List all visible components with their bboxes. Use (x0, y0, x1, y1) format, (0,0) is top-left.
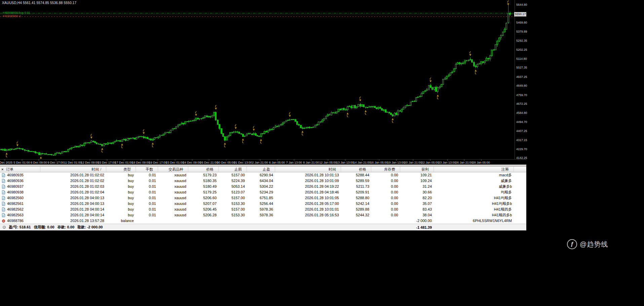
price-axis-label: 4584.80 (516, 111, 527, 115)
cell-open-price: 5206.45 (188, 207, 219, 212)
cell-open-time: 2026.01.28 01:02:02 (40, 172, 106, 178)
time-axis-label: 15 Dec 17:00 (98, 161, 116, 164)
price-axis-label: 5114.80 (516, 57, 527, 60)
cell-profit: 82.20 (400, 195, 434, 201)
cell-comment: H41均顺多 (434, 195, 514, 201)
cell-order: 46980936 (0, 178, 40, 184)
table-row[interactable]: 469887862026.01.28 13:57:28balance-2 000… (0, 218, 526, 224)
col-header-comment[interactable]: 注释 (434, 167, 514, 172)
time-axis[interactable]: 3 Dec 20255 Dec 01:008 Dec 09:009 Dec 17… (0, 159, 526, 165)
cell-take-profit: 6434.04 (247, 178, 275, 184)
cell-swap: 0.00 (371, 178, 400, 184)
cell-comment: H41顺四多b (434, 212, 514, 218)
cell-symbol: xauusd (158, 212, 188, 218)
cell-profit: 30.66 (400, 189, 434, 195)
table-row[interactable]: 469825602026.01.28 04:00:13buy0.01xauusd… (0, 195, 526, 201)
col-header-close-price[interactable]: 价格 (341, 167, 371, 172)
order-icon (2, 213, 5, 217)
cell-close-time: 2026.01.28 10:01:05 (275, 195, 341, 201)
price-axis-label: 5292.35 (516, 39, 527, 42)
order-icon (2, 173, 5, 177)
time-axis-label: 24 Dec 09:00 (183, 161, 201, 164)
trade-lines (0, 13, 515, 16)
price-axis-label: 4407.25 (516, 129, 527, 133)
cell-open-price: 5206.60 (188, 195, 219, 201)
cell-order: 46982563 (0, 212, 40, 218)
table-row[interactable]: 469809362026.01.28 01:02:02buy0.01xauusd… (0, 178, 526, 184)
price-axis-label: 5379.89 (516, 30, 527, 33)
cell-swap: 0.00 (371, 184, 400, 189)
terminal-header: × 订单时间/类型手数交易品种价格止损止盈时间价格库存费获利注释 (0, 167, 526, 172)
cell-type: buy (106, 178, 136, 184)
order-icon (2, 190, 5, 194)
col-header-order[interactable]: 订单 (0, 167, 40, 172)
cell-type: buy (106, 207, 136, 212)
price-axis-label: 4849.80 (516, 84, 527, 87)
cell-lots: 0.01 (136, 178, 158, 184)
time-axis-label: 30 Dec 05:00 (217, 161, 235, 164)
cell-lots: 0.01 (136, 207, 158, 212)
time-axis-tick (447, 160, 448, 161)
time-axis-tick (379, 160, 379, 161)
time-axis-tick (328, 160, 328, 161)
cell-type: buy (106, 212, 136, 218)
cell-type: balance (106, 218, 136, 224)
chart-panel[interactable]: XAUUSD,H4 5561.41 5574.85 5536.88 5550.1… (0, 0, 526, 165)
cell-symbol: xauusd (158, 195, 188, 201)
cell-profit: 31.24 (400, 184, 434, 189)
table-row[interactable]: 469825622026.01.28 04:00:14buy0.01xauusd… (0, 207, 526, 212)
col-header-type[interactable]: 类型 (106, 167, 136, 172)
col-header-close-time[interactable]: 时间 (275, 167, 341, 172)
cell-order: 46980937 (0, 184, 40, 189)
price-axis[interactable]: 5644.805469.805379.895292.355202.255114.… (515, 0, 526, 159)
cell-stop-loss: 5153.30 (219, 212, 247, 218)
table-row[interactable]: 469809352026.01.28 01:02:02buy0.01xauusd… (0, 172, 526, 178)
time-axis-label: 6 Jan 05:00 (269, 161, 285, 164)
table-row[interactable]: 469825632026.01.28 04:00:14buy0.01xauusd… (0, 212, 526, 218)
cell-type: buy (106, 184, 136, 189)
cell-comment: macd多 (434, 172, 514, 178)
account-status-icon (3, 226, 6, 229)
watermark: ƒ @趋势线 (567, 239, 608, 249)
cell-take-profit: 5978.36 (247, 212, 275, 218)
col-header-lots[interactable]: 手数 (136, 167, 158, 172)
table-row[interactable]: 469809372026.01.28 01:02:03buy0.01xauusd… (0, 184, 526, 189)
cell-close-price: 5242.14 (341, 201, 371, 207)
col-header-symbol[interactable]: 交易品种 (158, 167, 188, 172)
cell-symbol: xauusd (158, 172, 188, 178)
time-axis-tick (39, 160, 39, 161)
cell-lots: 0.01 (136, 195, 158, 201)
cell-swap: 0.00 (371, 207, 400, 212)
time-axis-label: 5 Dec 01:00 (13, 161, 30, 164)
table-row[interactable]: 469809382026.01.28 01:02:04buy0.01xauusd… (0, 189, 526, 195)
candlestick-chart[interactable] (0, 0, 515, 159)
col-header-profit[interactable]: 获利 (400, 167, 434, 172)
cell-comment: 6PHL5SRW1N6YL4RM (434, 218, 514, 224)
cell-symbol: xauusd (158, 178, 188, 184)
time-axis-label: 9 Dec 17:00 (48, 161, 64, 164)
time-axis-tick (158, 160, 158, 161)
cell-take-profit: 6751.85 (247, 195, 275, 201)
cell-take-profit: 6290.94 (247, 172, 275, 178)
cell-take-profit: 5978.36 (247, 207, 275, 212)
col-header-open-time[interactable]: 时间/ (40, 167, 106, 172)
cell-profit: 35.07 (400, 201, 434, 207)
cell-lots: 0.01 (136, 201, 158, 207)
time-axis-tick (56, 160, 56, 161)
cell-type: buy (106, 195, 136, 201)
close-terminal-button[interactable]: × (1, 167, 3, 172)
col-header-swap[interactable]: 库存费 (371, 167, 400, 172)
table-row[interactable]: 469825612026.01.28 04:00:13buy0.01xauusd… (0, 201, 526, 207)
time-axis-label: 16 Jan 05:00 (370, 161, 388, 164)
cell-type: buy (106, 189, 136, 195)
cell-symbol: xauusd (158, 207, 188, 212)
col-header-take-profit[interactable]: 止盈 (247, 167, 275, 172)
cell-open-price: 5206.28 (188, 212, 219, 218)
time-axis-label: 8 Jan 21:00 (303, 161, 319, 164)
cell-swap: 0.00 (371, 195, 400, 201)
cell-close-time: 2026.01.28 10:01:01 (275, 207, 341, 212)
col-header-open-price[interactable]: 价格 (188, 167, 219, 172)
col-header-stop-loss[interactable]: 止损 (219, 167, 247, 172)
cell-order: 46982560 (0, 195, 40, 201)
time-axis-tick (90, 160, 90, 161)
